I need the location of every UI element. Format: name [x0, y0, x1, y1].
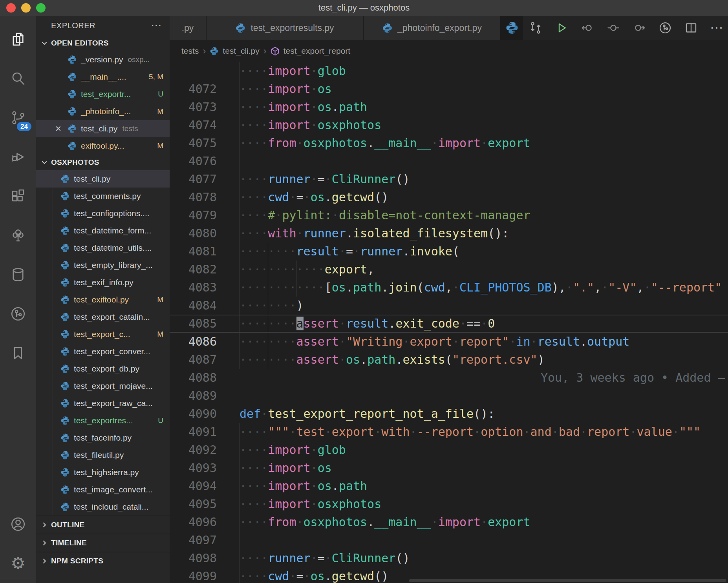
code-line[interactable]: 4097 ····from·osxphotos.__main__·import·… — [170, 513, 728, 531]
code-line[interactable]: 4078 ····runner·=·CliRunner() — [170, 170, 728, 188]
breadcrumb-symbol[interactable]: test_export_report — [284, 46, 350, 56]
code-line[interactable]: 4090 — [170, 387, 728, 405]
open-editor-item[interactable]: ✕ test_cli.py tests — [36, 120, 170, 137]
bookmarks-icon[interactable] — [0, 333, 36, 373]
tab-pinned-python[interactable] — [501, 16, 523, 40]
tree-item[interactable]: test_cli.py — [36, 170, 170, 188]
code-line[interactable]: 4084 ············[os.path.join(cwd,·CLI_… — [170, 279, 728, 297]
python-file-icon — [60, 399, 70, 408]
open-editor-item[interactable]: exiftool.py... M — [36, 137, 170, 155]
breadcrumb-folder[interactable]: tests — [181, 46, 199, 56]
code-line[interactable]: 4094 ····import·os — [170, 459, 728, 477]
code-line[interactable]: 4076 ····from·osxphotos.__main__·import·… — [170, 134, 728, 152]
open-editor-item[interactable]: test_exportr... U — [36, 86, 170, 103]
tree-item[interactable]: test_export_c... M — [36, 326, 170, 343]
indent-guide — [240, 513, 240, 531]
open-editor-item[interactable]: __main__.... 5, M — [36, 68, 170, 86]
indent-guide — [240, 567, 240, 583]
code-line[interactable]: 4075 ····import·osxphotos — [170, 116, 728, 134]
chevron-right-icon: › — [263, 46, 267, 56]
project-section-header[interactable]: OSXPHOTOS — [36, 155, 170, 170]
open-editors-header[interactable]: OPEN EDITORS — [36, 35, 170, 51]
explorer-sidebar: EXPLORER ⋯ OPEN EDITORS _version.py osxp… — [36, 16, 170, 583]
tree-item[interactable]: test_configoptions.... — [36, 205, 170, 222]
editor-tab[interactable]: .py — [170, 16, 207, 40]
code-line[interactable]: 4086 ········assert·result.exit_code·==·… — [170, 315, 728, 333]
gitlens-icon[interactable] — [0, 294, 36, 333]
explorer-icon[interactable] — [0, 20, 36, 59]
outline-header[interactable]: OUTLINE — [36, 516, 170, 534]
code-line[interactable]: 4082 ········result·=·runner.invoke( — [170, 242, 728, 261]
code-line[interactable]: 4087 ········assert·"Writing·export·repo… — [170, 333, 728, 351]
python-file-icon — [60, 485, 70, 494]
tree-item[interactable]: test_datetime_form... — [36, 222, 170, 239]
more-actions-icon[interactable]: ⋯ — [710, 25, 723, 31]
tree-item[interactable]: test_image_convert... — [36, 481, 170, 498]
code-line[interactable]: 4099 ····runner·=·CliRunner() — [170, 549, 728, 567]
code-line[interactable]: 4077 — [170, 152, 728, 170]
run-and-debug-icon[interactable] — [0, 137, 36, 177]
navigate-back-icon[interactable] — [580, 21, 594, 35]
code-line[interactable]: 4095 ····import·os.path — [170, 477, 728, 495]
split-editor-icon[interactable] — [684, 21, 698, 35]
code-line[interactable]: 4093 ····import·glob — [170, 441, 728, 459]
search-icon[interactable] — [0, 59, 36, 98]
code-line[interactable]: 4081 ····with·runner.isolated_filesystem… — [170, 224, 728, 242]
tree-item[interactable]: test_exiftool.py M — [36, 291, 170, 308]
compare-changes-icon[interactable] — [529, 21, 543, 35]
tree-item[interactable]: test_highsierra.py — [36, 464, 170, 481]
navigate-forward-icon[interactable] — [632, 21, 646, 35]
tree-item[interactable]: test_export_raw_ca... — [36, 395, 170, 412]
settings-gear-icon[interactable]: ⚙ — [0, 544, 36, 583]
editor-tab[interactable]: _photoinfo_export.py — [364, 16, 501, 40]
python-file-icon — [68, 55, 77, 64]
code-line[interactable]: 4074 ····import·os.path — [170, 98, 728, 116]
breadcrumb-file[interactable]: test_cli.py — [223, 46, 259, 56]
horizontal-scrollbar[interactable] — [409, 579, 726, 582]
code-line[interactable]: 4080 ····#·pylint:·disable=not-context-m… — [170, 206, 728, 224]
code-line[interactable]: 4072 ····import·glob — [170, 62, 728, 80]
close-icon[interactable]: ✕ — [55, 124, 68, 133]
record-icon[interactable] — [606, 21, 620, 35]
tree-item[interactable]: test_comments.py — [36, 188, 170, 205]
editor-tab[interactable]: test_exportresults.py — [207, 16, 364, 40]
tree-item[interactable]: test_exportres... U — [36, 412, 170, 429]
code-line[interactable]: 4096 ····import·osxphotos — [170, 495, 728, 513]
tree-item[interactable]: test_export_mojave... — [36, 377, 170, 395]
timeline-header[interactable]: TIMELINE — [36, 534, 170, 552]
sidebar-title: EXPLORER — [51, 21, 95, 30]
tree-item[interactable]: test_export_db.py — [36, 360, 170, 377]
code-line[interactable]: 4089 — [170, 369, 728, 387]
breadcrumb: tests › test_cli.py › test_export_report — [170, 40, 728, 62]
npm-scripts-header[interactable]: NPM SCRIPTS — [36, 552, 170, 570]
database-icon[interactable] — [0, 255, 36, 294]
source-control-icon[interactable]: 24 — [0, 98, 36, 137]
code-line[interactable]: 4091 def·test_export_report_not_a_file()… — [170, 405, 728, 423]
tree-item[interactable]: test_exif_info.py — [36, 274, 170, 291]
code-line[interactable]: 4085 ········) — [170, 297, 728, 315]
tree-item[interactable]: test_faceinfo.py — [36, 429, 170, 446]
tree-item[interactable]: test_empty_library_... — [36, 257, 170, 274]
code-line[interactable]: 4098 — [170, 531, 728, 549]
tree-item[interactable]: test_datetime_utils.... — [36, 239, 170, 257]
tree-item[interactable]: test_incloud_catali... — [36, 498, 170, 516]
gitlens-history-icon[interactable] — [658, 21, 672, 35]
sidebar-more-actions-icon[interactable]: ⋯ — [151, 23, 162, 28]
tree-item[interactable]: test_fileutil.py — [36, 446, 170, 464]
code-line[interactable]: 4073 ····import·os — [170, 80, 728, 98]
todo-tree-icon[interactable] — [0, 216, 36, 255]
indent-guide — [268, 242, 268, 261]
run-python-file-icon[interactable] — [554, 21, 569, 35]
open-editor-item[interactable]: _photoinfo_... M — [36, 103, 170, 120]
code-line[interactable]: 4092 ····"""·test·export·with·--report·o… — [170, 423, 728, 441]
extensions-icon[interactable] — [0, 177, 36, 216]
code-line[interactable]: 4079 ····cwd·=·os.getcwd() — [170, 188, 728, 206]
python-file-icon — [382, 23, 393, 33]
code-editor[interactable]: 4072 ····import·glob 4073 ····import·os … — [170, 62, 728, 583]
open-editor-item[interactable]: _version.py osxp... — [36, 51, 170, 68]
code-line[interactable]: 4088 ········assert·os.path.exists("repo… — [170, 351, 728, 369]
account-icon[interactable] — [0, 505, 36, 544]
code-line[interactable]: 4083 ············export, — [170, 261, 728, 279]
tree-item[interactable]: test_export_conver... — [36, 343, 170, 360]
tree-item[interactable]: test_export_catalin... — [36, 308, 170, 326]
